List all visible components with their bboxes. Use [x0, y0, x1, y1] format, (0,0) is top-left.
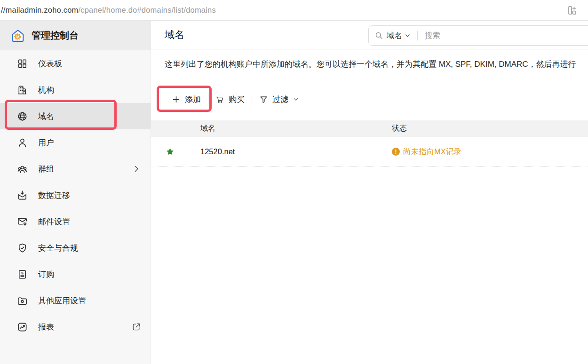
sidebar-item-data-migration[interactable]: 数据迁移 [0, 182, 151, 208]
page-title: 域名 [165, 28, 184, 41]
sidebar-nav: 仪表板 机构 域名 用户 [0, 50, 151, 340]
sidebar-item-groups[interactable]: 群组 [0, 156, 151, 182]
url-path: /cpanel/home.do#domains/list/domains [78, 6, 215, 14]
default-domain-star-icon[interactable] [166, 147, 175, 156]
url-host: //mailadmin.zoho.com [1, 6, 78, 14]
external-link-icon [132, 322, 141, 332]
sidebar-item-label: 数据迁移 [38, 190, 70, 201]
domain-name-link[interactable]: 12520.net [200, 147, 235, 156]
domains-table: 域名 状态 12520.net 尚未指向MX记录 [151, 120, 588, 167]
buy-button-label: 购买 [229, 94, 245, 105]
sidebar-item-label: 仪表板 [38, 58, 62, 69]
app-viewport: //mailadmin.zoho.com/cpanel/home.do#doma… [0, 0, 588, 364]
groups-icon [17, 164, 28, 174]
shield-check-icon [17, 243, 28, 253]
svg-text:$: $ [21, 270, 24, 275]
sidebar-item-label: 域名 [38, 111, 54, 122]
browser-extension-icon[interactable] [566, 5, 578, 16]
globe-icon [17, 111, 28, 122]
sidebar-item-label: 用户 [38, 137, 54, 148]
toolbar-divider [252, 94, 252, 104]
sidebar: S 管理控制台 仪表板 机构 域名 [0, 21, 151, 364]
funnel-icon [259, 95, 268, 104]
table-header-row: 域名 状态 [151, 120, 588, 137]
sidebar-title: 管理控制台 [32, 29, 79, 42]
toolbar-divider [208, 94, 208, 104]
sidebar-header[interactable]: S 管理控制台 [0, 21, 151, 50]
chevron-down-icon [404, 32, 411, 39]
search-category-label: 域名 [387, 31, 402, 41]
add-button-label: 添加 [185, 94, 201, 105]
warning-icon [392, 148, 400, 156]
sidebar-item-label: 机构 [38, 85, 54, 95]
page-description: 这里列出了您的机构账户中所添加的域名。您可以选择一个域名，并为其配置 MX, S… [165, 59, 588, 70]
add-domain-button[interactable]: 添加 [172, 94, 201, 105]
browser-url-bar[interactable]: //mailadmin.zoho.com/cpanel/home.do#doma… [0, 0, 588, 21]
sidebar-item-label: 订购 [38, 269, 54, 280]
sidebar-item-domains[interactable]: 域名 [0, 103, 151, 129]
sidebar-item-security-compliance[interactable]: 安全与合规 [0, 235, 151, 261]
status-text: 尚未指向MX记录 [403, 147, 461, 157]
sidebar-item-reports[interactable]: 报表 [0, 314, 151, 340]
user-icon [17, 137, 28, 148]
main-header: 域名 域名 [151, 21, 588, 49]
url-text[interactable]: //mailadmin.zoho.com/cpanel/home.do#doma… [0, 6, 216, 15]
sidebar-item-other-app-settings[interactable]: 其他应用设置 [0, 287, 151, 314]
plus-icon [172, 95, 181, 104]
sidebar-item-label: 群组 [38, 164, 54, 174]
organization-icon [17, 85, 28, 95]
table-row[interactable]: 12520.net 尚未指向MX记录 [151, 137, 588, 167]
cart-icon [215, 95, 224, 104]
sidebar-item-label: 其他应用设置 [38, 295, 86, 306]
buy-domain-button[interactable]: 购买 [215, 94, 245, 105]
svg-text:S: S [16, 34, 19, 39]
admin-console-logo-icon: S [10, 28, 25, 43]
search-box[interactable]: 域名 [368, 25, 588, 46]
filter-button[interactable]: 过滤 [259, 94, 299, 105]
sidebar-item-mail-settings[interactable]: 邮件设置 [0, 208, 151, 235]
dashboard-icon [17, 58, 28, 69]
sidebar-item-label: 报表 [38, 322, 54, 332]
folder-gear-icon [17, 295, 28, 306]
filter-button-label: 过滤 [272, 94, 288, 105]
sidebar-item-label: 安全与合规 [38, 243, 78, 253]
search-category-dropdown[interactable]: 域名 [387, 31, 411, 41]
search-icon [374, 31, 383, 40]
sidebar-item-label: 邮件设置 [38, 216, 70, 227]
chevron-down-icon [293, 96, 299, 103]
sidebar-item-subscription[interactable]: $ 订购 [0, 261, 151, 287]
domain-status: 尚未指向MX记录 [392, 147, 588, 157]
chevron-right-icon [132, 164, 141, 174]
search-divider [417, 31, 418, 40]
search-input[interactable] [425, 31, 587, 40]
status-column-header: 状态 [392, 124, 588, 134]
main-content: 域名 域名 这里列出了您的机构账户中所添加的域名。您可以选择一个域名，并为其配置… [151, 21, 588, 364]
sidebar-item-users[interactable]: 用户 [0, 129, 151, 156]
domain-column-header: 域名 [200, 124, 392, 134]
toolbar: 添加 购买 过滤 [172, 92, 299, 106]
sidebar-item-dashboard[interactable]: 仪表板 [0, 50, 151, 77]
mail-settings-icon [17, 216, 28, 227]
invoice-icon: $ [17, 269, 28, 280]
sidebar-item-organization[interactable]: 机构 [0, 77, 151, 103]
reports-chart-icon [17, 322, 28, 332]
mail-import-icon [17, 190, 28, 201]
